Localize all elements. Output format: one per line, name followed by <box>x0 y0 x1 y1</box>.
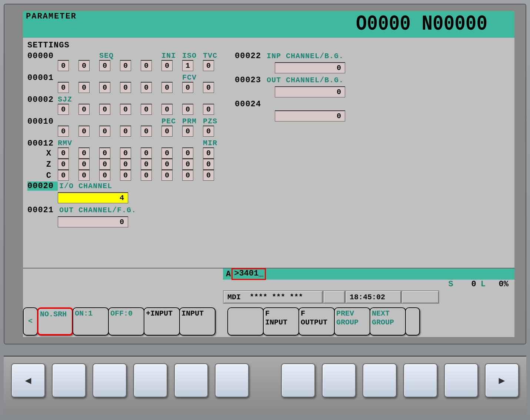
bit-field[interactable]: 0 <box>79 82 90 93</box>
input-value[interactable]: >3401_ <box>231 268 266 280</box>
bit-field[interactable]: 0 <box>141 60 152 71</box>
bit-field[interactable]: 0 <box>203 170 214 181</box>
bit-field[interactable]: 0 <box>203 159 214 170</box>
bit-field[interactable]: 0 <box>99 126 110 137</box>
hw-left-arrow-button[interactable]: ◀ <box>11 363 45 397</box>
softkey--[interactable]: < <box>23 307 38 336</box>
softkey-on-1[interactable]: ON:1 <box>73 307 109 336</box>
bit-field[interactable]: 0 <box>161 159 173 170</box>
hw-softkey-button[interactable] <box>52 363 86 397</box>
softkey-blank[interactable] <box>405 307 420 336</box>
hw-softkey-button[interactable] <box>133 363 167 397</box>
hw-softkey-button[interactable] <box>93 363 127 397</box>
bit-field[interactable]: 0 <box>79 147 90 159</box>
bit-field[interactable]: 0 <box>141 82 152 93</box>
bit-label <box>99 95 120 104</box>
bit-field[interactable]: 0 <box>203 82 214 93</box>
section-title: SETTINGS <box>27 41 511 50</box>
bit-field[interactable]: 0 <box>141 170 152 181</box>
bit-field[interactable]: 0 <box>203 60 214 71</box>
softkey-prev-group[interactable]: PREV GROUP <box>334 307 370 336</box>
value-field[interactable]: 0 <box>275 62 345 73</box>
value-field[interactable]: 0 <box>275 110 345 121</box>
bit-field[interactable]: 0 <box>120 159 131 170</box>
softkey-next-group[interactable]: NEXT GROUP <box>370 307 406 336</box>
bit-label <box>141 51 161 61</box>
softkey-blank[interactable] <box>227 307 264 336</box>
bit-label <box>79 139 99 148</box>
bit-field[interactable]: 0 <box>203 104 214 115</box>
mode-spacer <box>323 290 345 304</box>
bit-field[interactable]: 0 <box>99 104 110 115</box>
bit-field[interactable]: 0 <box>182 126 193 137</box>
bit-field[interactable]: 0 <box>161 104 173 115</box>
bit-field[interactable]: 0 <box>120 147 131 159</box>
bit-field[interactable]: 0 <box>141 126 152 137</box>
hw-softkey-button[interactable] <box>322 363 356 397</box>
bit-field[interactable]: 0 <box>79 104 90 115</box>
bit-field[interactable]: 0 <box>120 126 131 137</box>
softkey--input[interactable]: +INPUT <box>144 307 180 336</box>
bit-field[interactable]: 0 <box>203 147 214 159</box>
mode-spacer-2 <box>401 290 439 304</box>
bit-field[interactable]: 0 <box>58 104 69 115</box>
bit-field[interactable]: 0 <box>120 170 131 181</box>
bit-field[interactable]: 0 <box>141 147 152 159</box>
hw-softkey-button[interactable] <box>174 363 208 397</box>
softkey-f-input[interactable]: F INPUT <box>263 307 299 336</box>
value-field[interactable]: 0 <box>58 216 128 227</box>
bit-field[interactable]: 0 <box>99 159 110 170</box>
value-field[interactable]: 4 <box>58 192 128 203</box>
channel-label: OUT CHANNEL/B.G. <box>267 76 344 84</box>
bit-field[interactable]: 0 <box>99 147 110 159</box>
hw-right-arrow-button[interactable]: ▶ <box>485 363 519 397</box>
bit-field[interactable]: 0 <box>203 126 214 137</box>
bit-field[interactable]: 0 <box>79 159 90 170</box>
bit-field[interactable]: 0 <box>120 82 131 93</box>
bit-label <box>161 139 182 148</box>
softkey-no-srh[interactable]: NO.SRH <box>37 307 73 336</box>
bit-field[interactable]: 0 <box>120 104 131 115</box>
bit-field[interactable]: 0 <box>99 60 110 71</box>
hw-softkey-button[interactable] <box>444 363 478 397</box>
channel-label: I/O CHANNEL <box>59 182 112 190</box>
bit-field[interactable]: 0 <box>99 170 110 181</box>
bit-field[interactable]: 0 <box>79 126 90 137</box>
bit-field[interactable]: 0 <box>161 170 173 181</box>
softkey-f-output[interactable]: F OUTPUT <box>299 307 335 336</box>
bit-field[interactable]: 1 <box>182 60 193 71</box>
param-num-00012: 00012 <box>27 139 58 148</box>
bit-field[interactable]: 0 <box>161 60 173 71</box>
hw-softkey-button[interactable] <box>215 363 249 397</box>
bit-field[interactable]: 0 <box>141 159 152 170</box>
bit-field[interactable]: 0 <box>58 159 69 170</box>
bit-field[interactable]: 0 <box>58 126 69 137</box>
bit-field[interactable]: 0 <box>161 82 173 93</box>
hw-softkey-button[interactable] <box>363 363 397 397</box>
softkey-input[interactable]: INPUT <box>179 307 216 336</box>
bit-field[interactable]: 0 <box>79 60 90 71</box>
value-field[interactable]: 0 <box>275 86 345 97</box>
bit-field[interactable]: 0 <box>182 104 193 115</box>
bit-field[interactable]: 0 <box>182 170 193 181</box>
hw-softkey-button[interactable] <box>403 363 437 397</box>
bit-field[interactable]: 0 <box>182 82 193 93</box>
bit-label <box>58 73 79 83</box>
bit-field[interactable]: 0 <box>58 147 69 159</box>
bit-field[interactable]: 0 <box>182 159 193 170</box>
bit-field[interactable]: 0 <box>182 147 193 159</box>
bit-field[interactable]: 0 <box>120 60 131 71</box>
hw-softkey-button[interactable] <box>281 363 315 397</box>
bit-field[interactable]: 0 <box>99 82 110 93</box>
bit-field[interactable]: 0 <box>79 170 90 181</box>
bit-field[interactable]: 0 <box>161 147 173 159</box>
bit-field[interactable]: 0 <box>58 170 69 181</box>
bit-field[interactable]: 0 <box>141 104 152 115</box>
screen-title: PARAMETER <box>23 11 80 38</box>
bit-field[interactable]: 0 <box>58 60 69 71</box>
bit-field[interactable]: 0 <box>58 82 69 93</box>
softkey-off-0[interactable]: OFF:0 <box>108 307 144 336</box>
bit-field[interactable]: 0 <box>161 126 173 137</box>
bit-label <box>120 95 141 104</box>
bit-label: MIR <box>203 139 224 148</box>
